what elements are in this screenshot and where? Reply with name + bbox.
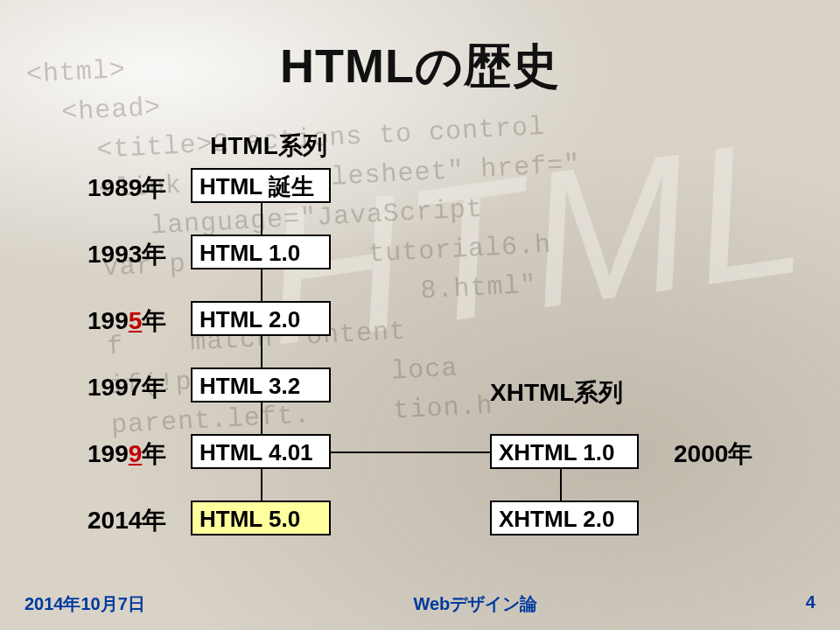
year-1999-highlight: 9 [129,440,143,467]
year-1995: 1995年 [88,304,166,338]
branch-label-html: HTML系列 [210,130,327,163]
slide-title: HTMLの歴史 [0,35,840,99]
year-1999-c: 年 [142,440,166,467]
year-1995-highlight: 5 [129,307,143,334]
node-html-3-2: HTML 3.2 [191,368,331,402]
year-1989: 1989年 [88,172,166,205]
slide-footer: 2014年10月7日 Webデザイン論 4 [0,592,840,616]
year-1995-a: 199 [88,307,129,334]
year-1997: 1997年 [88,371,166,404]
bg-watermark: HTML [249,94,820,389]
node-xhtml-2-0: XHTML 2.0 [490,500,639,536]
branch-label-xhtml: XHTML系列 [490,376,623,410]
year-2000: 2000年 [674,438,752,471]
node-html-1-0: HTML 1.0 [191,234,331,270]
year-1999-a: 199 [88,440,129,467]
node-html-2-0: HTML 2.0 [191,301,331,336]
connector-to-xhtml [331,452,490,453]
node-html-birth: HTML 誕生 [191,168,331,203]
footer-date: 2014年10月7日 [24,592,145,616]
year-2014: 2014年 [88,504,166,537]
node-xhtml-1-0: XHTML 1.0 [490,434,639,469]
year-1999: 1999年 [88,438,166,471]
year-1995-c: 年 [142,307,166,334]
node-html-4-01: HTML 4.01 [191,434,331,469]
footer-course: Webデザイン論 [413,592,537,616]
year-1993: 1993年 [88,238,166,271]
node-html-5-0: HTML 5.0 [191,500,331,536]
footer-page-number: 4 [806,592,816,616]
